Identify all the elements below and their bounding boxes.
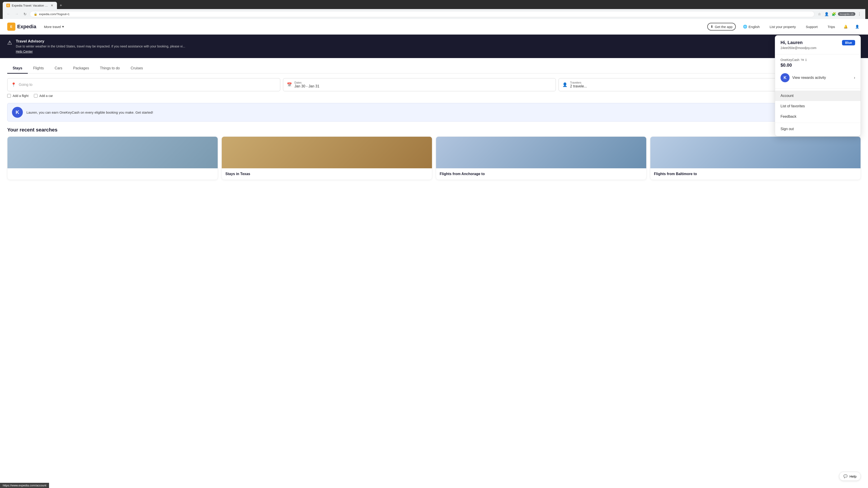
search-card-local[interactable] bbox=[7, 136, 218, 180]
new-tab-button[interactable]: + bbox=[58, 2, 64, 9]
add-car-checkbox-label[interactable]: Add a car bbox=[34, 94, 53, 98]
search-card-anchorage[interactable]: Flights from Anchorage to bbox=[436, 136, 647, 180]
extensions-button[interactable]: 🧩 bbox=[831, 11, 837, 17]
add-flight-checkbox-label[interactable]: Add a flight bbox=[7, 94, 29, 98]
warning-icon: ⚠ bbox=[7, 39, 12, 46]
notifications-button[interactable]: 🔔 bbox=[842, 23, 849, 30]
language-label: English bbox=[749, 25, 760, 29]
search-card-local-body bbox=[7, 168, 218, 180]
tab-cars[interactable]: Cars bbox=[49, 64, 68, 74]
list-property-button[interactable]: List your property bbox=[767, 24, 799, 30]
browser-actions: ☆ 👤 🧩 Incognito (2) ⋮ bbox=[816, 11, 863, 17]
tab-things-to-do[interactable]: Things to do bbox=[94, 64, 125, 74]
bookmark-button[interactable]: ☆ bbox=[816, 11, 823, 17]
bell-icon: 🔔 bbox=[844, 25, 848, 29]
more-button[interactable]: ⋮ bbox=[856, 11, 863, 17]
chevron-right-icon: › bbox=[854, 76, 855, 80]
logo[interactable]: E Expedia bbox=[7, 23, 36, 31]
travel-advisory: ⚠ Travel Advisory Due to winter weather … bbox=[0, 35, 868, 58]
forward-button[interactable]: → bbox=[13, 11, 20, 17]
back-button[interactable]: ← bbox=[5, 11, 12, 17]
search-card-baltimore-body: Flights from Baltimore to bbox=[650, 168, 861, 180]
profile-button[interactable]: 👤 bbox=[824, 11, 830, 17]
search-inputs: 📍 Going to 📅 Dates Jan 30 - Jan 31 👤 Tra… bbox=[7, 78, 861, 91]
dropdown-item-feedback[interactable]: Feedback bbox=[775, 111, 861, 122]
account-label: Account bbox=[780, 94, 794, 98]
trips-label: Trips bbox=[828, 25, 835, 29]
dropdown-item-favorites[interactable]: List of favorites bbox=[775, 101, 861, 111]
get-app-button[interactable]: ⬇ Get the app bbox=[707, 23, 736, 31]
incognito-badge: Incognito (2) bbox=[838, 12, 855, 16]
status-bar: https://www.expedia.com/account bbox=[0, 483, 49, 488]
search-card-baltimore-title: Flights from Baltimore to bbox=[654, 172, 857, 176]
page-content: E Expedia More travel ▾ ⬇ Get the app 🌐 … bbox=[0, 19, 868, 488]
favorites-label: List of favorites bbox=[780, 104, 805, 108]
search-card-texas-image bbox=[222, 137, 432, 168]
search-cards: Stays in Texas Flights from Anchorage to… bbox=[7, 136, 861, 180]
address-bar[interactable]: 🔒 expedia.com/?logout=1 bbox=[30, 11, 814, 17]
help-center-link[interactable]: Help Center bbox=[16, 50, 33, 53]
more-travel-button[interactable]: More travel ▾ bbox=[41, 23, 66, 30]
dropdown-rewards: OneKeyCash TM ℹ $0.00 K View rewards act… bbox=[775, 55, 861, 89]
dropdown-menu: Account List of favorites Feedback Sign … bbox=[775, 89, 861, 136]
dates-label: Dates bbox=[294, 81, 552, 84]
active-tab[interactable]: E Expedia Travel: Vacation Homes... ✕ bbox=[3, 2, 57, 9]
recent-searches-title: Your recent searches bbox=[7, 127, 861, 133]
search-card-baltimore[interactable]: Flights from Baltimore to bbox=[650, 136, 861, 180]
reload-button[interactable]: ↻ bbox=[22, 11, 28, 17]
tab-stays[interactable]: Stays bbox=[7, 64, 28, 74]
trips-button[interactable]: Trips bbox=[825, 24, 838, 30]
tab-flights[interactable]: Flights bbox=[28, 64, 49, 74]
search-tabs: Stays Flights Cars Packages Things to do… bbox=[7, 64, 861, 74]
add-car-checkbox[interactable] bbox=[34, 94, 37, 98]
info-icon[interactable]: ℹ bbox=[805, 58, 807, 62]
person-icon: 👤 bbox=[562, 82, 567, 87]
get-app-label: Get the app bbox=[715, 25, 733, 29]
user-icon: 👤 bbox=[855, 25, 860, 29]
tab-cruises[interactable]: Cruises bbox=[125, 64, 148, 74]
search-card-anchorage-title: Flights from Anchorage to bbox=[440, 172, 643, 176]
help-button[interactable]: 💬 Help bbox=[839, 472, 861, 481]
calendar-icon: 📅 bbox=[287, 82, 292, 87]
recent-searches: Your recent searches Stays in Texas Flig… bbox=[0, 127, 868, 187]
onekey-avatar-icon: K bbox=[12, 107, 23, 118]
dropdown-item-signout[interactable]: Sign out bbox=[775, 124, 861, 134]
browser-toolbar: ← → ↻ 🔒 expedia.com/?logout=1 ☆ 👤 🧩 Inco… bbox=[3, 9, 865, 19]
status-url: https://www.expedia.com/account bbox=[3, 484, 46, 487]
logo-text: Expedia bbox=[17, 24, 36, 30]
advisory-content: Travel Advisory Due to winter weather in… bbox=[16, 39, 185, 54]
dates-value: Jan 30 - Jan 31 bbox=[294, 84, 552, 88]
language-button[interactable]: 🌐 English bbox=[740, 23, 763, 30]
lock-icon: 🔒 bbox=[34, 12, 37, 16]
tab-title: Expedia Travel: Vacation Homes... bbox=[12, 4, 49, 7]
view-rewards-left: K View rewards activity bbox=[780, 73, 826, 82]
tab-favicon: E bbox=[6, 4, 10, 7]
dropdown-item-account[interactable]: Account bbox=[775, 91, 861, 101]
help-label: Help bbox=[849, 475, 857, 478]
add-flight-checkbox[interactable] bbox=[7, 94, 11, 98]
address-text: expedia.com/?logout=1 bbox=[39, 12, 70, 16]
search-extras: Add a flight Add a car bbox=[7, 94, 861, 98]
destination-input-group[interactable]: 📍 Going to bbox=[7, 78, 280, 91]
user-account-button[interactable]: 👤 bbox=[854, 23, 861, 30]
search-card-anchorage-body: Flights from Anchorage to bbox=[436, 168, 646, 180]
dropdown-greeting: Hi, Lauren bbox=[780, 40, 816, 45]
more-travel-label: More travel bbox=[44, 25, 61, 29]
support-button[interactable]: Support bbox=[803, 24, 820, 30]
search-card-local-title bbox=[11, 172, 214, 176]
advisory-title: Travel Advisory bbox=[16, 39, 185, 43]
add-car-label: Add a car bbox=[39, 94, 53, 98]
signout-label: Sign out bbox=[780, 127, 794, 131]
search-card-texas[interactable]: Stays in Texas bbox=[221, 136, 432, 180]
tm-label: TM bbox=[801, 59, 804, 61]
dates-input-group[interactable]: 📅 Dates Jan 30 - Jan 31 bbox=[283, 78, 556, 91]
search-card-texas-body: Stays in Texas bbox=[222, 168, 432, 180]
view-rewards-button[interactable]: K View rewards activity › bbox=[780, 70, 855, 85]
destination-text: Going to bbox=[19, 83, 276, 87]
help-chat-icon: 💬 bbox=[843, 474, 848, 478]
cash-amount: $0.00 bbox=[780, 63, 855, 68]
chevron-down-icon: ▾ bbox=[62, 25, 64, 29]
tab-close-icon[interactable]: ✕ bbox=[51, 4, 53, 7]
tab-packages[interactable]: Packages bbox=[68, 64, 94, 74]
download-icon: ⬇ bbox=[710, 25, 713, 29]
